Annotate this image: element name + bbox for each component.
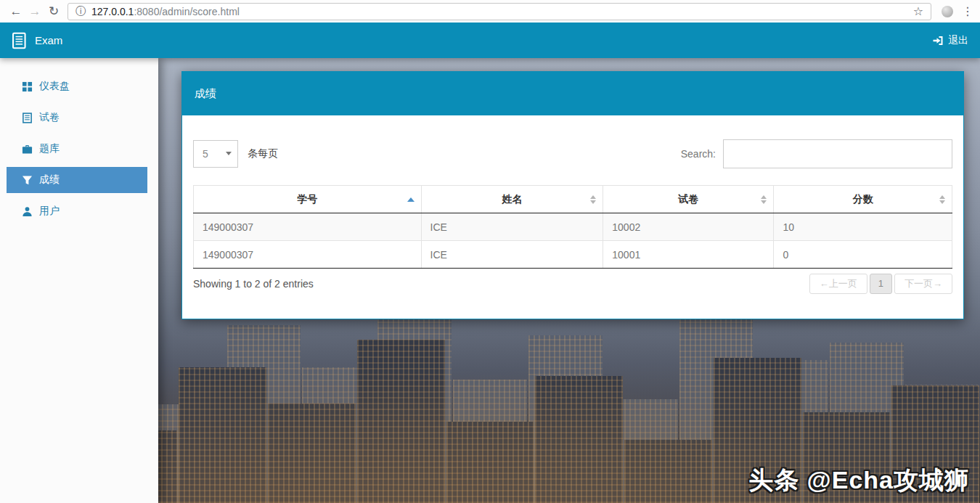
sidebar-item-label: 试卷 bbox=[39, 111, 60, 124]
sidebar-item-exam-papers[interactable]: 试卷 bbox=[7, 105, 147, 131]
cell-name: ICE bbox=[421, 241, 603, 269]
column-label: 分数 bbox=[853, 193, 873, 205]
cell-student-id: 149000307 bbox=[194, 241, 422, 269]
app-header: Exam 退出 bbox=[0, 23, 980, 58]
pagination: ←上一页 1 下一页→ bbox=[809, 274, 952, 294]
column-header-name[interactable]: 姓名 bbox=[421, 186, 603, 213]
column-header-student-id[interactable]: 学号 bbox=[194, 186, 422, 213]
search-box: Search: bbox=[681, 139, 952, 168]
column-label: 试卷 bbox=[678, 193, 698, 205]
back-icon[interactable]: ← bbox=[7, 4, 25, 19]
sort-both-icon bbox=[590, 195, 596, 204]
url-path: :8080/admin/score.html bbox=[134, 6, 240, 17]
search-label: Search: bbox=[681, 148, 716, 160]
pagination-previous-button[interactable]: ←上一页 bbox=[809, 274, 867, 294]
page-info-icon[interactable]: ⓘ bbox=[75, 5, 86, 18]
sidebar: 仪表盘 试卷 题库 成绩 用户 bbox=[0, 58, 158, 503]
table-header-row: 学号 姓名 试卷 分数 bbox=[194, 186, 952, 213]
sidebar-item-scores[interactable]: 成绩 bbox=[7, 167, 147, 193]
sidebar-item-question-bank[interactable]: 题库 bbox=[7, 136, 147, 162]
refresh-icon[interactable]: ↻ bbox=[44, 4, 63, 19]
watermark-text: 头条 @Echa攻城狮 bbox=[748, 464, 970, 497]
column-header-exam[interactable]: 试卷 bbox=[603, 186, 774, 213]
page-size-select[interactable]: 5 bbox=[193, 140, 238, 168]
url-host: 127.0.0.1 bbox=[91, 6, 134, 17]
cell-score: 0 bbox=[774, 241, 952, 269]
brand: Exam bbox=[12, 31, 62, 50]
column-header-score[interactable]: 分数 bbox=[774, 186, 952, 213]
panel-title: 成绩 bbox=[195, 87, 216, 101]
bookmark-star-icon[interactable]: ☆ bbox=[913, 4, 923, 18]
table-row[interactable]: 149000307 ICE 10002 10 bbox=[194, 213, 952, 241]
logout-icon bbox=[932, 35, 944, 46]
briefcase-icon bbox=[22, 144, 33, 155]
sidebar-item-label: 用户 bbox=[39, 205, 60, 218]
forward-icon[interactable]: → bbox=[25, 4, 44, 19]
column-label: 学号 bbox=[297, 193, 317, 205]
pagination-next-button[interactable]: 下一页→ bbox=[894, 274, 952, 294]
exam-logo-icon bbox=[12, 31, 28, 50]
logout-label: 退出 bbox=[948, 34, 968, 47]
exam-paper-icon bbox=[22, 113, 33, 123]
page-length-menu: 5 条每页 bbox=[193, 140, 278, 168]
address-bar[interactable]: ⓘ 127.0.0.1:8080/admin/score.html ☆ bbox=[68, 3, 931, 20]
sidebar-item-dashboard[interactable]: 仪表盘 bbox=[7, 73, 147, 99]
browser-toolbar: ← → ↻ ⓘ 127.0.0.1:8080/admin/score.html … bbox=[0, 0, 980, 23]
user-icon bbox=[22, 206, 33, 217]
cell-student-id: 149000307 bbox=[194, 213, 422, 241]
cell-name: ICE bbox=[421, 213, 603, 241]
column-label: 姓名 bbox=[502, 193, 522, 205]
page-size-select-wrap: 5 bbox=[193, 140, 238, 168]
brand-label: Exam bbox=[35, 34, 62, 46]
table-info: Showing 1 to 2 of 2 entries bbox=[193, 278, 314, 290]
dashboard-grid-icon bbox=[22, 81, 33, 92]
pagination-page-1-button[interactable]: 1 bbox=[870, 274, 892, 294]
cell-exam: 10001 bbox=[603, 241, 774, 269]
cell-exam: 10002 bbox=[603, 213, 774, 241]
panel-header: 成绩 bbox=[182, 72, 963, 115]
logout-button[interactable]: 退出 bbox=[932, 34, 968, 47]
table-footer: Showing 1 to 2 of 2 entries ←上一页 1 下一页→ bbox=[193, 274, 952, 294]
sort-ascending-icon bbox=[407, 197, 415, 202]
sidebar-item-label: 题库 bbox=[39, 142, 60, 155]
sort-both-icon bbox=[939, 195, 945, 204]
sort-both-icon bbox=[761, 195, 767, 204]
browser-menu-icon[interactable]: ⋮ bbox=[962, 4, 973, 18]
sidebar-item-users[interactable]: 用户 bbox=[7, 198, 147, 224]
sidebar-item-label: 成绩 bbox=[39, 173, 60, 187]
search-input[interactable] bbox=[723, 139, 952, 168]
table-controls: 5 条每页 Search: bbox=[193, 139, 952, 168]
scores-table: 学号 姓名 试卷 分数 bbox=[193, 185, 952, 269]
table-row[interactable]: 149000307 ICE 10001 0 bbox=[194, 241, 952, 269]
extension-icon[interactable] bbox=[942, 6, 953, 17]
scores-panel: 成绩 5 条每页 Search: 学号 bbox=[181, 71, 964, 319]
filter-funnel-icon bbox=[22, 175, 33, 186]
sidebar-item-label: 仪表盘 bbox=[39, 80, 70, 93]
cell-score: 10 bbox=[774, 213, 952, 241]
page-length-label: 条每页 bbox=[248, 147, 278, 160]
panel-body: 5 条每页 Search: 学号 姓名 bbox=[182, 115, 963, 294]
